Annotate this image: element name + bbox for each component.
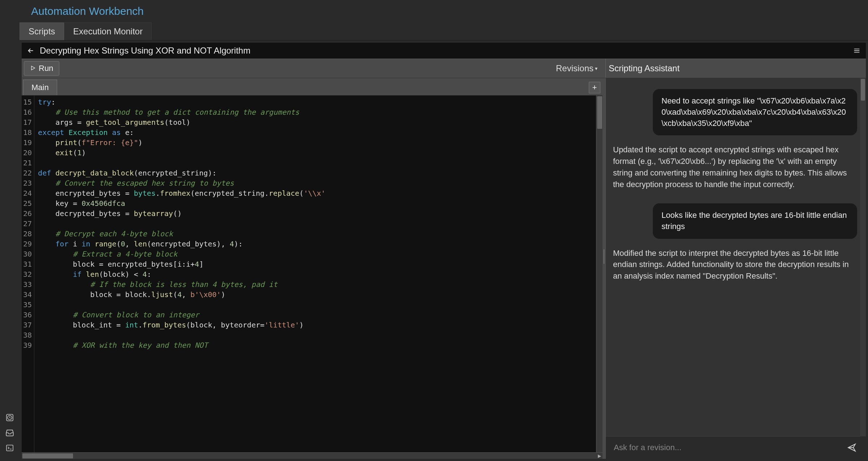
work-row: Main + 151617181920212223242526272829303…	[22, 78, 866, 459]
code-editor[interactable]: 1516171819202122232425262728293031323334…	[22, 96, 603, 452]
left-rail	[0, 0, 20, 461]
assistant-reply: Modified the script to interpret the dec…	[613, 248, 857, 282]
clock-icon[interactable]	[4, 412, 16, 423]
editor-tabs: Main +	[22, 78, 603, 96]
revisions-label: Revisions	[556, 63, 593, 73]
tab-execution-monitor[interactable]: Execution Monitor	[64, 22, 152, 40]
assistant-reply: Updated the script to accept encrypted s…	[613, 144, 857, 190]
line-number-gutter: 1516171819202122232425262728293031323334…	[22, 96, 34, 452]
code-content[interactable]: try: # Use this method to get a dict con…	[34, 96, 596, 452]
assistant-panel-title: Scripting Assistant	[605, 59, 866, 78]
run-label: Run	[39, 64, 53, 73]
terminal-icon[interactable]	[4, 442, 16, 454]
top-tabs: Scripts Execution Monitor	[20, 22, 868, 41]
breadcrumb-bar: Decrypting Hex Strings Using XOR and NOT…	[22, 43, 866, 59]
add-tab-button[interactable]: +	[589, 82, 600, 93]
assistant-conversation[interactable]: Need to accept strings like "\x67\x20\xb…	[606, 78, 866, 436]
assistant-input-row	[606, 436, 866, 459]
toolbar: Run Revisions ▾ Scripting Assistant	[22, 59, 866, 78]
assistant-user-message: Looks like the decrypted bytes are 16-bi…	[653, 203, 857, 239]
assistant-pane: Need to accept strings like "\x67\x20\xb…	[605, 78, 866, 459]
tab-scripts[interactable]: Scripts	[20, 22, 64, 40]
run-button[interactable]: Run	[24, 61, 59, 76]
pane-splitter[interactable]	[603, 78, 605, 459]
hamburger-menu-icon[interactable]	[853, 47, 861, 55]
breadcrumb-title: Decrypting Hex Strings Using XOR and NOT…	[40, 46, 250, 56]
assistant-input[interactable]	[614, 443, 846, 452]
assistant-vertical-scrollbar[interactable]	[860, 78, 866, 436]
inbox-icon[interactable]	[4, 427, 16, 439]
svg-rect-2	[7, 445, 13, 451]
editor-vertical-scrollbar[interactable]	[596, 96, 603, 452]
main-area: Automation Workbench Scripts Execution M…	[20, 0, 868, 461]
app-title: Automation Workbench	[20, 0, 868, 22]
send-icon[interactable]	[846, 441, 858, 454]
scroll-right-icon[interactable]: ▶	[596, 453, 603, 459]
editor-pane: Main + 151617181920212223242526272829303…	[22, 78, 603, 459]
back-arrow-icon[interactable]	[27, 47, 35, 55]
revisions-dropdown[interactable]: Revisions ▾	[556, 59, 597, 78]
play-icon	[30, 64, 36, 73]
chevron-down-icon: ▾	[595, 65, 597, 71]
editor-tab-main[interactable]: Main	[23, 80, 57, 95]
editor-horizontal-scrollbar[interactable]: ◀ ▶	[22, 452, 603, 459]
assistant-user-message: Need to accept strings like "\x67\x20\xb…	[653, 89, 857, 135]
